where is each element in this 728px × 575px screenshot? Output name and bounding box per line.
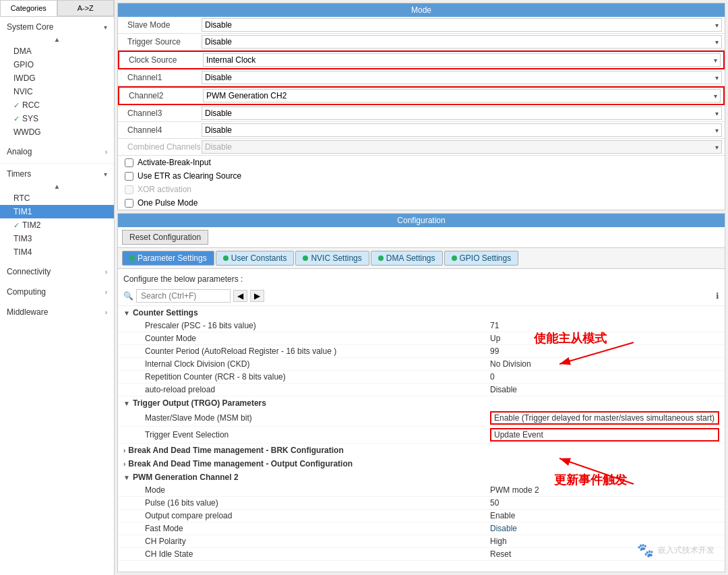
trigger-source-select[interactable]: Disable ▾	[202, 35, 722, 49]
sidebar-item-tim3[interactable]: TIM3	[0, 232, 114, 245]
sidebar-item-tim4[interactable]: TIM4	[0, 245, 114, 259]
tab-user-constants[interactable]: User Constants	[216, 251, 295, 266]
trgo-header[interactable]: ▼ Trigger Output (TRGO) Parameters	[118, 396, 725, 410]
param-trigger-event: Trigger Event Selection Update Event	[118, 427, 725, 444]
break1-collapse-icon: ›	[123, 447, 125, 454]
sidebar-item-iwdg[interactable]: IWDG	[0, 71, 114, 85]
break-dead-2-header[interactable]: › Break And Dead Time management - Outpu…	[118, 457, 725, 471]
param-ch-idle-state: CH Idle State Reset	[118, 548, 725, 561]
sidebar-item-tim1[interactable]: TIM1	[0, 205, 114, 218]
channel4-select[interactable]: Disable ▾	[202, 123, 722, 137]
tab-nvic-settings[interactable]: NVIC Settings	[295, 251, 369, 266]
slave-mode-label: Slave Mode	[121, 20, 202, 30]
pwm-channel-group: ▼ PWM Generation Channel 2 Mode PWM mode…	[118, 471, 725, 561]
system-core-header[interactable]: System Core ▾	[0, 20, 114, 34]
channel3-select[interactable]: Disable ▾	[202, 107, 722, 120]
channel2-select[interactable]: PWM Generation CH2 ▾	[203, 89, 721, 102]
break2-collapse-icon: ›	[123, 460, 125, 468]
analog-chevron: ›	[105, 148, 107, 156]
config-title: Configuration	[118, 214, 725, 227]
channel4-arrow: ▾	[715, 127, 719, 134]
scroll-up-arrow[interactable]: ▲	[0, 34, 114, 44]
clock-source-select[interactable]: Internal Clock ▾	[203, 53, 721, 67]
connectivity-header[interactable]: Connectivity ›	[0, 264, 114, 279]
channel2-row: Channel2 PWM Generation CH2 ▾	[118, 86, 725, 105]
tab-az[interactable]: A->Z	[57, 0, 115, 16]
one-pulse-checkbox[interactable]	[125, 199, 133, 208]
channel3-row: Channel3 Disable ▾	[118, 105, 725, 122]
channel1-row: Channel1 Disable ▾	[118, 69, 725, 86]
info-icon[interactable]: ℹ	[716, 291, 719, 301]
channel1-label: Channel1	[121, 73, 202, 82]
connectivity-chevron: ›	[105, 268, 107, 276]
activate-break-label: Activate-Break-Input	[138, 158, 211, 167]
timers-scroll-up[interactable]: ▲	[0, 181, 114, 191]
config-toolbar: Reset Configuration	[118, 227, 725, 248]
trigger-source-arrow: ▾	[715, 38, 719, 46]
sidebar-item-rtc[interactable]: RTC	[0, 191, 114, 205]
analog-header[interactable]: Analog ›	[0, 144, 114, 159]
use-etr-checkbox[interactable]	[125, 172, 133, 181]
search-prev-button[interactable]: ◀	[233, 290, 247, 302]
search-input[interactable]	[136, 289, 231, 303]
param-counter-mode: Counter Mode Up	[118, 332, 725, 345]
sidebar-item-rcc[interactable]: ✓ RCC	[0, 98, 114, 112]
mode-title: Mode	[118, 3, 725, 17]
sidebar-item-gpio[interactable]: GPIO	[0, 58, 114, 71]
sidebar-item-tim2[interactable]: ✓ TIM2	[0, 218, 114, 232]
mode-section: Mode Slave Mode Disable ▾ Trigger Source…	[117, 3, 725, 210]
sidebar-item-wwdg[interactable]: WWDG	[0, 125, 114, 139]
reset-config-button[interactable]: Reset Configuration	[122, 230, 208, 245]
middleware-chevron: ›	[105, 309, 107, 316]
tab-dma-settings[interactable]: DMA Settings	[371, 251, 443, 266]
sidebar-tab-bar: Categories A->Z	[0, 0, 114, 17]
computing-header[interactable]: Computing ›	[0, 284, 114, 299]
timers-header[interactable]: Timers ▾	[0, 167, 114, 181]
slave-mode-select[interactable]: Disable ▾	[202, 18, 722, 32]
param-pwm-mode: Mode PWM mode 2	[118, 484, 725, 497]
tab-gpio-settings[interactable]: GPIO Settings	[444, 251, 519, 266]
channel3-arrow: ▾	[715, 110, 719, 117]
gpio-settings-dot	[452, 255, 457, 261]
search-next-button[interactable]: ▶	[250, 290, 264, 302]
sidebar-item-dma[interactable]: DMA	[0, 44, 114, 58]
search-icon: 🔍	[123, 291, 133, 301]
channel3-label: Channel3	[121, 109, 202, 118]
section-timers: Timers ▾ ▲ RTC TIM1 ✓ TIM2 TIM3 TIM4	[0, 163, 114, 262]
one-pulse-label: One Pulse Mode	[138, 198, 198, 208]
activate-break-checkbox[interactable]	[125, 158, 133, 167]
user-constants-dot	[223, 255, 229, 261]
section-computing: Computing ›	[0, 282, 114, 302]
system-core-chevron: ▾	[104, 24, 107, 31]
dma-settings-dot	[378, 255, 384, 261]
search-bar: 🔍 ◀ ▶ ℹ	[118, 286, 725, 306]
section-system-core: System Core ▾ ▲ DMA GPIO IWDG NVIC ✓ RCC…	[0, 17, 114, 142]
middleware-header[interactable]: Middleware ›	[0, 305, 114, 320]
sidebar-item-nvic[interactable]: NVIC	[0, 85, 114, 98]
pwm-collapse-icon: ▼	[123, 474, 130, 481]
msm-value: Enable (Trigger delayed for master/slave…	[490, 411, 719, 425]
tab-parameter-settings[interactable]: Parameter Settings	[122, 251, 214, 266]
trigger-source-row: Trigger Source Disable ▾	[118, 34, 725, 51]
pwm-channel-header[interactable]: ▼ PWM Generation Channel 2	[118, 471, 725, 484]
channel2-arrow: ▾	[714, 92, 717, 100]
section-middleware: Middleware ›	[0, 302, 114, 322]
sidebar-item-sys[interactable]: ✓ SYS	[0, 112, 114, 125]
counter-settings-group: ▼ Counter Settings Prescaler (PSC - 16 b…	[118, 306, 725, 396]
combined-channels-arrow: ▾	[715, 144, 719, 151]
break-dead-1-header[interactable]: › Break And Dead Time management - BRK C…	[118, 444, 725, 457]
section-analog: Analog ›	[0, 142, 114, 162]
config-content: Configure the below parameters : 🔍 ◀ ▶ ℹ…	[118, 269, 725, 572]
combined-channels-select: Disable ▾	[202, 140, 722, 154]
tab-categories[interactable]: Categories	[0, 0, 57, 16]
channel1-select[interactable]: Disable ▾	[202, 71, 722, 84]
counter-settings-header[interactable]: ▼ Counter Settings	[118, 306, 725, 320]
sidebar: Categories A->Z System Core ▾ ▲ DMA GPIO…	[0, 0, 115, 575]
xor-row: XOR activation	[118, 183, 725, 196]
clock-source-label: Clock Source	[122, 55, 203, 65]
config-tabs: Parameter Settings User Constants NVIC S…	[118, 248, 725, 269]
computing-chevron: ›	[105, 289, 107, 296]
config-section: Configuration Reset Configuration Parame…	[117, 213, 725, 572]
param-auto-reload: auto-reload preload Disable	[118, 384, 725, 396]
trigger-source-label: Trigger Source	[121, 37, 202, 47]
